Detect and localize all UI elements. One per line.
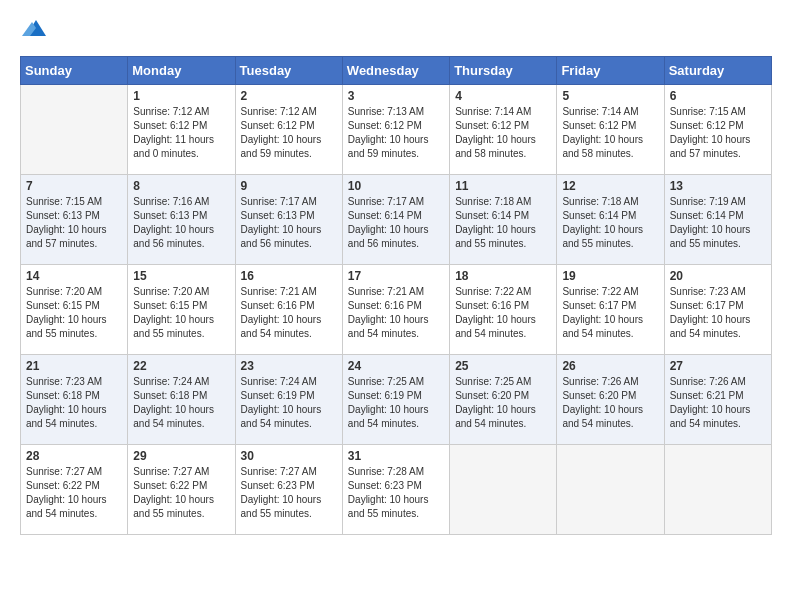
calendar-cell: 3Sunrise: 7:13 AM Sunset: 6:12 PM Daylig… — [342, 85, 449, 175]
calendar-header-row: SundayMondayTuesdayWednesdayThursdayFrid… — [21, 57, 772, 85]
day-number: 27 — [670, 359, 766, 373]
calendar-cell: 18Sunrise: 7:22 AM Sunset: 6:16 PM Dayli… — [450, 265, 557, 355]
calendar-cell: 11Sunrise: 7:18 AM Sunset: 6:14 PM Dayli… — [450, 175, 557, 265]
page-header — [20, 20, 772, 40]
calendar-header-sunday: Sunday — [21, 57, 128, 85]
cell-content: Sunrise: 7:12 AM Sunset: 6:12 PM Dayligh… — [241, 105, 337, 161]
day-number: 9 — [241, 179, 337, 193]
day-number: 20 — [670, 269, 766, 283]
cell-content: Sunrise: 7:17 AM Sunset: 6:13 PM Dayligh… — [241, 195, 337, 251]
calendar-cell: 24Sunrise: 7:25 AM Sunset: 6:19 PM Dayli… — [342, 355, 449, 445]
calendar-cell: 19Sunrise: 7:22 AM Sunset: 6:17 PM Dayli… — [557, 265, 664, 355]
cell-content: Sunrise: 7:21 AM Sunset: 6:16 PM Dayligh… — [241, 285, 337, 341]
calendar-cell — [664, 445, 771, 535]
cell-content: Sunrise: 7:14 AM Sunset: 6:12 PM Dayligh… — [455, 105, 551, 161]
calendar-cell: 4Sunrise: 7:14 AM Sunset: 6:12 PM Daylig… — [450, 85, 557, 175]
day-number: 18 — [455, 269, 551, 283]
day-number: 5 — [562, 89, 658, 103]
cell-content: Sunrise: 7:25 AM Sunset: 6:20 PM Dayligh… — [455, 375, 551, 431]
cell-content: Sunrise: 7:20 AM Sunset: 6:15 PM Dayligh… — [133, 285, 229, 341]
cell-content: Sunrise: 7:13 AM Sunset: 6:12 PM Dayligh… — [348, 105, 444, 161]
calendar-cell: 10Sunrise: 7:17 AM Sunset: 6:14 PM Dayli… — [342, 175, 449, 265]
cell-content: Sunrise: 7:24 AM Sunset: 6:19 PM Dayligh… — [241, 375, 337, 431]
day-number: 28 — [26, 449, 122, 463]
calendar-header-tuesday: Tuesday — [235, 57, 342, 85]
day-number: 8 — [133, 179, 229, 193]
cell-content: Sunrise: 7:23 AM Sunset: 6:18 PM Dayligh… — [26, 375, 122, 431]
calendar-week-row: 1Sunrise: 7:12 AM Sunset: 6:12 PM Daylig… — [21, 85, 772, 175]
calendar-cell: 16Sunrise: 7:21 AM Sunset: 6:16 PM Dayli… — [235, 265, 342, 355]
calendar-cell: 31Sunrise: 7:28 AM Sunset: 6:23 PM Dayli… — [342, 445, 449, 535]
day-number: 25 — [455, 359, 551, 373]
logo — [20, 20, 46, 40]
calendar-cell: 21Sunrise: 7:23 AM Sunset: 6:18 PM Dayli… — [21, 355, 128, 445]
calendar-table: SundayMondayTuesdayWednesdayThursdayFrid… — [20, 56, 772, 535]
cell-content: Sunrise: 7:16 AM Sunset: 6:13 PM Dayligh… — [133, 195, 229, 251]
calendar-cell: 5Sunrise: 7:14 AM Sunset: 6:12 PM Daylig… — [557, 85, 664, 175]
calendar-week-row: 7Sunrise: 7:15 AM Sunset: 6:13 PM Daylig… — [21, 175, 772, 265]
day-number: 19 — [562, 269, 658, 283]
calendar-week-row: 14Sunrise: 7:20 AM Sunset: 6:15 PM Dayli… — [21, 265, 772, 355]
calendar-cell: 25Sunrise: 7:25 AM Sunset: 6:20 PM Dayli… — [450, 355, 557, 445]
calendar-cell: 7Sunrise: 7:15 AM Sunset: 6:13 PM Daylig… — [21, 175, 128, 265]
calendar-header-wednesday: Wednesday — [342, 57, 449, 85]
cell-content: Sunrise: 7:15 AM Sunset: 6:12 PM Dayligh… — [670, 105, 766, 161]
day-number: 11 — [455, 179, 551, 193]
cell-content: Sunrise: 7:20 AM Sunset: 6:15 PM Dayligh… — [26, 285, 122, 341]
cell-content: Sunrise: 7:21 AM Sunset: 6:16 PM Dayligh… — [348, 285, 444, 341]
day-number: 22 — [133, 359, 229, 373]
day-number: 24 — [348, 359, 444, 373]
day-number: 21 — [26, 359, 122, 373]
cell-content: Sunrise: 7:22 AM Sunset: 6:17 PM Dayligh… — [562, 285, 658, 341]
calendar-header-monday: Monday — [128, 57, 235, 85]
cell-content: Sunrise: 7:17 AM Sunset: 6:14 PM Dayligh… — [348, 195, 444, 251]
day-number: 7 — [26, 179, 122, 193]
day-number: 1 — [133, 89, 229, 103]
calendar-cell: 22Sunrise: 7:24 AM Sunset: 6:18 PM Dayli… — [128, 355, 235, 445]
day-number: 6 — [670, 89, 766, 103]
day-number: 2 — [241, 89, 337, 103]
cell-content: Sunrise: 7:18 AM Sunset: 6:14 PM Dayligh… — [562, 195, 658, 251]
calendar-cell: 17Sunrise: 7:21 AM Sunset: 6:16 PM Dayli… — [342, 265, 449, 355]
calendar-cell: 6Sunrise: 7:15 AM Sunset: 6:12 PM Daylig… — [664, 85, 771, 175]
cell-content: Sunrise: 7:19 AM Sunset: 6:14 PM Dayligh… — [670, 195, 766, 251]
cell-content: Sunrise: 7:15 AM Sunset: 6:13 PM Dayligh… — [26, 195, 122, 251]
calendar-cell: 30Sunrise: 7:27 AM Sunset: 6:23 PM Dayli… — [235, 445, 342, 535]
calendar-cell: 29Sunrise: 7:27 AM Sunset: 6:22 PM Dayli… — [128, 445, 235, 535]
day-number: 10 — [348, 179, 444, 193]
calendar-cell: 8Sunrise: 7:16 AM Sunset: 6:13 PM Daylig… — [128, 175, 235, 265]
calendar-cell: 2Sunrise: 7:12 AM Sunset: 6:12 PM Daylig… — [235, 85, 342, 175]
calendar-cell: 20Sunrise: 7:23 AM Sunset: 6:17 PM Dayli… — [664, 265, 771, 355]
calendar-header-friday: Friday — [557, 57, 664, 85]
day-number: 14 — [26, 269, 122, 283]
calendar-cell: 23Sunrise: 7:24 AM Sunset: 6:19 PM Dayli… — [235, 355, 342, 445]
cell-content: Sunrise: 7:24 AM Sunset: 6:18 PM Dayligh… — [133, 375, 229, 431]
cell-content: Sunrise: 7:22 AM Sunset: 6:16 PM Dayligh… — [455, 285, 551, 341]
calendar-cell: 27Sunrise: 7:26 AM Sunset: 6:21 PM Dayli… — [664, 355, 771, 445]
calendar-cell — [21, 85, 128, 175]
calendar-cell: 28Sunrise: 7:27 AM Sunset: 6:22 PM Dayli… — [21, 445, 128, 535]
cell-content: Sunrise: 7:23 AM Sunset: 6:17 PM Dayligh… — [670, 285, 766, 341]
cell-content: Sunrise: 7:27 AM Sunset: 6:22 PM Dayligh… — [26, 465, 122, 521]
calendar-cell: 14Sunrise: 7:20 AM Sunset: 6:15 PM Dayli… — [21, 265, 128, 355]
cell-content: Sunrise: 7:27 AM Sunset: 6:22 PM Dayligh… — [133, 465, 229, 521]
calendar-cell: 26Sunrise: 7:26 AM Sunset: 6:20 PM Dayli… — [557, 355, 664, 445]
day-number: 26 — [562, 359, 658, 373]
day-number: 23 — [241, 359, 337, 373]
cell-content: Sunrise: 7:14 AM Sunset: 6:12 PM Dayligh… — [562, 105, 658, 161]
calendar-week-row: 28Sunrise: 7:27 AM Sunset: 6:22 PM Dayli… — [21, 445, 772, 535]
cell-content: Sunrise: 7:26 AM Sunset: 6:20 PM Dayligh… — [562, 375, 658, 431]
day-number: 12 — [562, 179, 658, 193]
calendar-cell: 9Sunrise: 7:17 AM Sunset: 6:13 PM Daylig… — [235, 175, 342, 265]
day-number: 13 — [670, 179, 766, 193]
calendar-header-saturday: Saturday — [664, 57, 771, 85]
day-number: 17 — [348, 269, 444, 283]
calendar-cell — [557, 445, 664, 535]
cell-content: Sunrise: 7:26 AM Sunset: 6:21 PM Dayligh… — [670, 375, 766, 431]
calendar-header-thursday: Thursday — [450, 57, 557, 85]
cell-content: Sunrise: 7:28 AM Sunset: 6:23 PM Dayligh… — [348, 465, 444, 521]
cell-content: Sunrise: 7:27 AM Sunset: 6:23 PM Dayligh… — [241, 465, 337, 521]
cell-content: Sunrise: 7:18 AM Sunset: 6:14 PM Dayligh… — [455, 195, 551, 251]
day-number: 3 — [348, 89, 444, 103]
day-number: 29 — [133, 449, 229, 463]
